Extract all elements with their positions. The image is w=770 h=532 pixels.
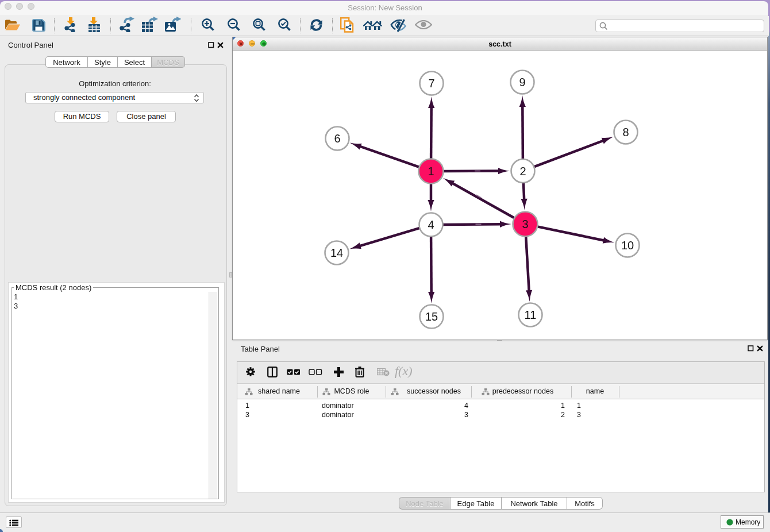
svg-text:6: 6 [334,132,340,145]
svg-text:4: 4 [428,218,434,231]
svg-text:3: 3 [522,218,528,230]
svg-text:2: 2 [519,165,526,178]
svg-text:14: 14 [330,246,343,259]
svg-text:8: 8 [622,126,629,138]
svg-text:7: 7 [428,77,434,90]
svg-text:9: 9 [519,76,525,88]
svg-text:1: 1 [428,165,434,178]
svg-text:11: 11 [525,309,537,321]
svg-text:15: 15 [425,310,438,323]
svg-text:10: 10 [621,239,634,252]
